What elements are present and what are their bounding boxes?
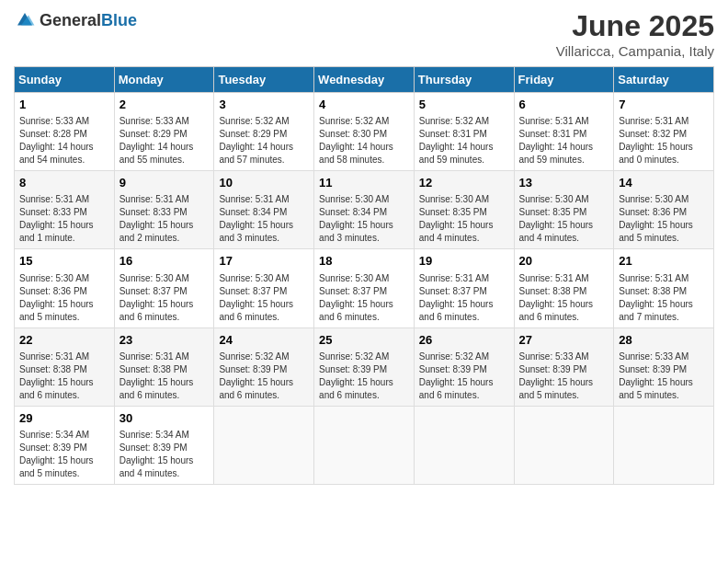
calendar-cell [314,406,415,484]
calendar-cell: 30Sunrise: 5:34 AMSunset: 8:39 PMDayligh… [114,406,214,484]
day-info: Sunrise: 5:33 AMSunset: 8:39 PMDaylight:… [619,350,709,402]
day-info: Sunrise: 5:33 AMSunset: 8:28 PMDaylight:… [19,115,109,167]
calendar-cell: 28Sunrise: 5:33 AMSunset: 8:39 PMDayligh… [614,327,714,406]
calendar-cell: 4Sunrise: 5:32 AMSunset: 8:30 PMDaylight… [314,93,415,171]
day-info: Sunrise: 5:31 AMSunset: 8:37 PMDaylight:… [419,272,509,324]
day-info: Sunrise: 5:30 AMSunset: 8:37 PMDaylight:… [219,272,309,324]
week-row-4: 22Sunrise: 5:31 AMSunset: 8:38 PMDayligh… [15,327,714,406]
logo-blue: Blue [101,11,137,29]
day-number: 23 [119,332,210,349]
calendar-cell: 3Sunrise: 5:32 AMSunset: 8:29 PMDaylight… [214,93,314,171]
day-info: Sunrise: 5:31 AMSunset: 8:33 PMDaylight:… [19,193,109,245]
day-info: Sunrise: 5:31 AMSunset: 8:33 PMDaylight:… [119,193,210,245]
calendar-cell: 21Sunrise: 5:31 AMSunset: 8:38 PMDayligh… [614,249,714,327]
calendar-cell: 16Sunrise: 5:30 AMSunset: 8:37 PMDayligh… [114,249,214,327]
calendar-cell: 26Sunrise: 5:32 AMSunset: 8:39 PMDayligh… [414,327,514,406]
day-number: 8 [19,175,109,191]
day-info: Sunrise: 5:30 AMSunset: 8:34 PMDaylight:… [319,193,409,245]
logo: GeneralBlue [14,9,137,31]
day-info: Sunrise: 5:31 AMSunset: 8:38 PMDaylight:… [619,272,709,324]
day-number: 22 [19,332,109,349]
day-number: 25 [319,332,409,349]
calendar-cell: 18Sunrise: 5:30 AMSunset: 8:37 PMDayligh… [314,249,415,327]
logo-general: General [40,11,101,29]
day-number: 27 [519,332,609,349]
header-thursday: Thursday [414,67,514,93]
calendar-cell: 10Sunrise: 5:31 AMSunset: 8:34 PMDayligh… [214,171,314,249]
header-monday: Monday [114,67,214,93]
week-row-1: 1Sunrise: 5:33 AMSunset: 8:28 PMDaylight… [15,93,714,171]
logo-icon [14,9,36,31]
day-info: Sunrise: 5:31 AMSunset: 8:32 PMDaylight:… [619,115,709,167]
calendar-cell [414,406,514,484]
page-header: GeneralBlue June 2025 Villaricca, Campan… [14,9,714,59]
header-sunday: Sunday [15,67,115,93]
day-info: Sunrise: 5:33 AMSunset: 8:29 PMDaylight:… [119,115,210,167]
day-number: 21 [619,253,709,270]
calendar-cell: 2Sunrise: 5:33 AMSunset: 8:29 PMDaylight… [114,93,214,171]
day-number: 26 [419,332,509,349]
title-area: June 2025 Villaricca, Campania, Italy [556,9,714,59]
calendar-cell: 20Sunrise: 5:31 AMSunset: 8:38 PMDayligh… [514,249,614,327]
week-row-2: 8Sunrise: 5:31 AMSunset: 8:33 PMDaylight… [15,171,714,249]
calendar-cell: 1Sunrise: 5:33 AMSunset: 8:28 PMDaylight… [15,93,115,171]
header-tuesday: Tuesday [214,67,314,93]
day-info: Sunrise: 5:31 AMSunset: 8:34 PMDaylight:… [219,193,309,245]
header-wednesday: Wednesday [314,67,415,93]
calendar-cell: 23Sunrise: 5:31 AMSunset: 8:38 PMDayligh… [114,327,214,406]
calendar-cell: 11Sunrise: 5:30 AMSunset: 8:34 PMDayligh… [314,171,415,249]
calendar-cell: 24Sunrise: 5:32 AMSunset: 8:39 PMDayligh… [214,327,314,406]
day-info: Sunrise: 5:32 AMSunset: 8:39 PMDaylight:… [419,350,509,402]
calendar-cell: 9Sunrise: 5:31 AMSunset: 8:33 PMDaylight… [114,171,214,249]
day-number: 29 [19,410,109,427]
calendar-cell: 12Sunrise: 5:30 AMSunset: 8:35 PMDayligh… [414,171,514,249]
day-number: 10 [219,175,309,191]
day-number: 1 [19,97,109,113]
week-row-3: 15Sunrise: 5:30 AMSunset: 8:36 PMDayligh… [15,249,714,327]
day-number: 24 [219,332,309,349]
day-info: Sunrise: 5:32 AMSunset: 8:29 PMDaylight:… [219,115,309,167]
location-subtitle: Villaricca, Campania, Italy [556,43,714,59]
calendar-cell: 14Sunrise: 5:30 AMSunset: 8:36 PMDayligh… [614,171,714,249]
day-info: Sunrise: 5:31 AMSunset: 8:38 PMDaylight:… [119,350,210,402]
day-info: Sunrise: 5:31 AMSunset: 8:31 PMDaylight:… [519,115,609,167]
day-info: Sunrise: 5:31 AMSunset: 8:38 PMDaylight:… [19,350,109,402]
day-number: 17 [219,253,309,270]
calendar-cell: 8Sunrise: 5:31 AMSunset: 8:33 PMDaylight… [15,171,115,249]
calendar-cell: 7Sunrise: 5:31 AMSunset: 8:32 PMDaylight… [614,93,714,171]
day-info: Sunrise: 5:30 AMSunset: 8:35 PMDaylight:… [419,193,509,245]
calendar-cell: 6Sunrise: 5:31 AMSunset: 8:31 PMDaylight… [514,93,614,171]
day-number: 9 [119,175,210,191]
weekday-header-row: Sunday Monday Tuesday Wednesday Thursday… [15,67,714,93]
day-number: 11 [319,175,409,191]
day-info: Sunrise: 5:34 AMSunset: 8:39 PMDaylight:… [19,429,109,480]
day-number: 30 [119,410,210,427]
day-number: 18 [319,253,409,270]
day-info: Sunrise: 5:32 AMSunset: 8:39 PMDaylight:… [319,350,409,402]
day-info: Sunrise: 5:31 AMSunset: 8:38 PMDaylight:… [519,272,609,324]
calendar-cell [614,406,714,484]
day-number: 19 [419,253,509,270]
day-number: 2 [119,97,210,113]
day-number: 15 [19,253,109,270]
calendar-cell [214,406,314,484]
day-number: 12 [419,175,509,191]
day-info: Sunrise: 5:32 AMSunset: 8:30 PMDaylight:… [319,115,409,167]
day-info: Sunrise: 5:33 AMSunset: 8:39 PMDaylight:… [519,350,609,402]
calendar-cell: 22Sunrise: 5:31 AMSunset: 8:38 PMDayligh… [15,327,115,406]
day-number: 7 [619,97,709,113]
day-number: 14 [619,175,709,191]
day-info: Sunrise: 5:30 AMSunset: 8:37 PMDaylight:… [319,272,409,324]
calendar-cell: 19Sunrise: 5:31 AMSunset: 8:37 PMDayligh… [414,249,514,327]
calendar-cell: 25Sunrise: 5:32 AMSunset: 8:39 PMDayligh… [314,327,415,406]
day-number: 13 [519,175,609,191]
day-number: 4 [319,97,409,113]
calendar-cell: 17Sunrise: 5:30 AMSunset: 8:37 PMDayligh… [214,249,314,327]
day-info: Sunrise: 5:32 AMSunset: 8:39 PMDaylight:… [219,350,309,402]
day-info: Sunrise: 5:30 AMSunset: 8:37 PMDaylight:… [119,272,210,324]
day-info: Sunrise: 5:34 AMSunset: 8:39 PMDaylight:… [119,429,210,480]
header-friday: Friday [514,67,614,93]
week-row-5: 29Sunrise: 5:34 AMSunset: 8:39 PMDayligh… [15,406,714,484]
month-title: June 2025 [556,9,714,43]
day-number: 28 [619,332,709,349]
